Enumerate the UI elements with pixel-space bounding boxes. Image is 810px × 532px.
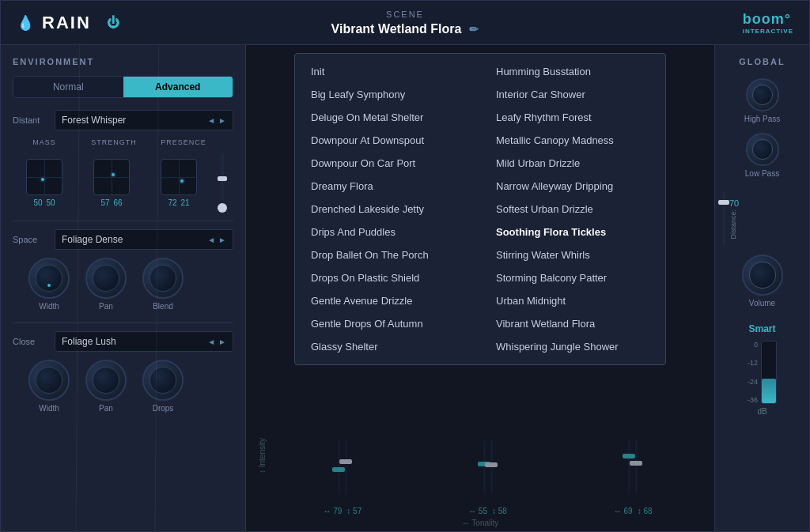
close-label: Close bbox=[13, 337, 48, 346]
presence-label: PRESENCE bbox=[152, 138, 215, 146]
blend-knob[interactable] bbox=[142, 258, 184, 299]
msp-labels: MASS STRENGTH PRESENCE bbox=[13, 138, 233, 146]
power-icon[interactable]: ⏻ bbox=[107, 16, 121, 30]
scene-item[interactable]: Vibrant Wetland Flora bbox=[480, 312, 665, 335]
scene-header: SCENE Vibrant Wetland Flora ✏ bbox=[331, 9, 479, 36]
scene-item[interactable]: Metallic Canopy Madness bbox=[480, 129, 665, 152]
scene-item[interactable]: Whispering Jungle Shower bbox=[480, 335, 665, 358]
space-dropdown[interactable]: Foliage Dense ◄ ► bbox=[55, 229, 233, 250]
scene-item[interactable]: Big Leafy Symphony bbox=[295, 83, 480, 106]
mass-val2: 50 bbox=[47, 198, 55, 207]
high-pass-knob[interactable] bbox=[746, 78, 779, 111]
scene-item[interactable]: Narrow Alleyway Dripping bbox=[480, 175, 665, 198]
presence-knob[interactable] bbox=[161, 159, 197, 195]
scene-item[interactable]: Drenched Lakeside Jetty bbox=[295, 198, 480, 221]
scene-item[interactable]: Dreamy Flora bbox=[295, 175, 480, 198]
low-pass-inner bbox=[752, 139, 773, 160]
left-panel: ENVIRONMENT Normal Advanced Distant Fore… bbox=[1, 45, 246, 531]
distant-label: Distant bbox=[13, 115, 48, 125]
scene-item[interactable]: Softest Urban Drizzle bbox=[480, 198, 665, 221]
pan-knob[interactable] bbox=[85, 258, 127, 299]
scene-name-text: Vibrant Wetland Flora bbox=[331, 22, 462, 36]
close-width-knob[interactable] bbox=[28, 360, 70, 401]
space-knobs-row: Width Pan Blend bbox=[28, 258, 233, 311]
scene-item[interactable]: Gentle Avenue Drizzle bbox=[295, 289, 480, 312]
presence-val1: 72 bbox=[168, 198, 176, 207]
scene-item[interactable]: Drop Ballet On The Porch bbox=[295, 243, 480, 266]
scene-items-left: Init Big Leafy Symphony Deluge On Metal … bbox=[295, 60, 480, 358]
low-pass-knob[interactable] bbox=[746, 133, 779, 166]
presence-values: 72 21 bbox=[168, 198, 189, 207]
pan-knob-group: Pan bbox=[85, 258, 127, 311]
mass-knob[interactable] bbox=[26, 159, 62, 195]
distant-prev[interactable]: ◄ bbox=[207, 116, 215, 125]
edit-icon[interactable]: ✏ bbox=[469, 23, 479, 36]
width-knob[interactable] bbox=[28, 258, 70, 299]
distant-next[interactable]: ► bbox=[218, 116, 226, 125]
db-section: 0 -12 -24 -36 bbox=[748, 341, 777, 404]
scene-item[interactable]: Glassy Shelter bbox=[295, 335, 480, 358]
scene-item[interactable]: Storming Balcony Patter bbox=[480, 266, 665, 289]
main-slider-track[interactable] bbox=[221, 153, 224, 200]
tab-normal[interactable]: Normal bbox=[13, 77, 123, 97]
close-next[interactable]: ► bbox=[218, 338, 226, 346]
logo: boom° INTERACTIVE bbox=[743, 11, 793, 35]
volume-knob[interactable] bbox=[742, 255, 783, 296]
scene-item[interactable]: Drips And Puddles bbox=[295, 221, 480, 243]
scene-item[interactable]: Humming Busstation bbox=[480, 60, 665, 83]
tab-advanced[interactable]: Advanced bbox=[123, 77, 233, 97]
scene-item[interactable]: Leafy Rhythm Forest bbox=[480, 106, 665, 129]
space-prev[interactable]: ◄ bbox=[207, 236, 215, 244]
mass-knob-group: 50 50 bbox=[13, 159, 76, 207]
main-content: ENVIRONMENT Normal Advanced Distant Fore… bbox=[1, 45, 809, 531]
presence-val2: 21 bbox=[181, 198, 190, 207]
scene-item[interactable]: Urban Midnight bbox=[480, 289, 665, 312]
blend-knob-group: Blend bbox=[142, 258, 184, 311]
scene-name-display[interactable]: Vibrant Wetland Flora ✏ bbox=[331, 22, 479, 36]
scene-item[interactable]: Deluge On Metal Shelter bbox=[295, 106, 480, 129]
space-row: Space Foliage Dense ◄ ► bbox=[13, 229, 233, 250]
volume-inner bbox=[749, 262, 776, 289]
close-pan-label: Pan bbox=[99, 404, 113, 413]
db-labels: 0 -12 -24 -36 bbox=[748, 341, 758, 404]
db-36: -36 bbox=[748, 396, 758, 404]
db-fill bbox=[762, 379, 776, 403]
center-panel: Init Big Leafy Symphony Deluge On Metal … bbox=[246, 45, 714, 531]
scene-item[interactable]: Interior Car Shower bbox=[480, 83, 665, 106]
db-0: 0 bbox=[748, 341, 758, 349]
scene-item-selected[interactable]: Soothing Flora Tickles bbox=[480, 221, 665, 243]
scene-item[interactable]: Drops On Plastic Shield bbox=[295, 266, 480, 289]
strength-label: STRENGTH bbox=[82, 138, 146, 146]
scene-item[interactable]: Downpour At Downspout bbox=[295, 129, 480, 152]
space-next[interactable]: ► bbox=[218, 236, 226, 244]
logo-text: boom bbox=[743, 11, 785, 27]
distant-nav: ◄ ► bbox=[207, 116, 226, 125]
scene-item[interactable]: Mild Urban Drizzle bbox=[480, 152, 665, 175]
close-pan-knob[interactable] bbox=[85, 360, 127, 401]
right-panel: GLOBAL High Pass Low Pass 70 bbox=[714, 45, 809, 531]
scene-item[interactable]: Stirring Water Whirls bbox=[480, 243, 665, 266]
close-dropdown[interactable]: Foliage Lush ◄ ► bbox=[55, 331, 233, 352]
pan-label: Pan bbox=[99, 302, 113, 311]
close-prev[interactable]: ◄ bbox=[207, 338, 215, 346]
logo-sub: INTERACTIVE bbox=[743, 28, 793, 35]
close-drops-knob[interactable] bbox=[142, 360, 184, 401]
close-nav: ◄ ► bbox=[207, 338, 226, 346]
volume-label: Volume bbox=[749, 299, 775, 308]
db-label-text: dB bbox=[757, 407, 766, 416]
distant-dropdown[interactable]: Forest Whisper ◄ ► bbox=[55, 110, 233, 130]
strength-val2: 66 bbox=[114, 198, 123, 207]
mass-val1: 50 bbox=[33, 198, 42, 207]
strength-knob-dot bbox=[110, 172, 116, 178]
scene-dropdown[interactable]: Init Big Leafy Symphony Deluge On Metal … bbox=[294, 53, 666, 365]
scene-label: SCENE bbox=[386, 9, 424, 19]
scene-item[interactable]: Init bbox=[295, 60, 480, 83]
scene-item[interactable]: Downpour On Car Port bbox=[295, 152, 480, 175]
distance-slider[interactable] bbox=[723, 191, 725, 247]
close-drops-group: Drops bbox=[142, 360, 184, 413]
strength-knob[interactable] bbox=[93, 159, 130, 195]
tab-bar: Normal Advanced bbox=[13, 76, 233, 98]
scene-item[interactable]: Gentle Drops Of Autumn bbox=[295, 312, 480, 335]
distant-row: Distant Forest Whisper ◄ ► bbox=[13, 110, 233, 130]
close-value: Foliage Lush bbox=[62, 336, 116, 347]
